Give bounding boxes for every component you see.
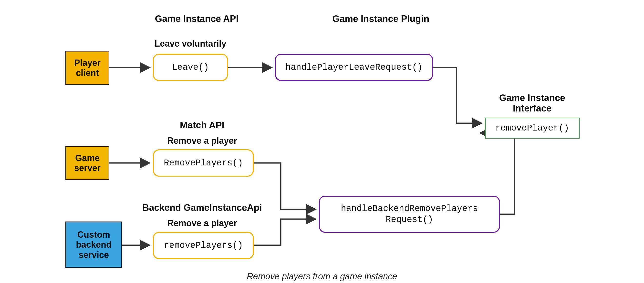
plugin-node-handle-player-leave-request: handlePlayerLeaveRequest() xyxy=(275,54,433,81)
heading-game-instance-plugin: Game Instance Plugin xyxy=(332,14,430,24)
interface-node-remove-player: removePlayer() xyxy=(485,118,580,139)
api-node-remove-players-camel: removePlayers() xyxy=(153,232,254,259)
diagram-caption: Remove players from a game instance xyxy=(247,271,397,282)
subheading-remove-a-player-2: Remove a player xyxy=(167,218,237,228)
heading-game-instance-interface: Game Instance Interface xyxy=(481,93,584,114)
api-node-remove-players-pascal: RemovePlayers() xyxy=(153,149,254,177)
heading-game-instance-api: Game Instance API xyxy=(155,14,239,24)
subheading-remove-a-player-1: Remove a player xyxy=(167,136,237,146)
subheading-leave-voluntarily: Leave voluntarily xyxy=(154,38,226,49)
plugin-node-handle-backend-remove-players-request: handleBackendRemovePlayers Request() xyxy=(319,196,500,233)
source-player-client: Player client xyxy=(66,51,109,85)
heading-backend-game-instance-api: Backend GameInstanceApi xyxy=(142,203,262,213)
diagram-canvas: Game Instance API Game Instance Plugin M… xyxy=(0,0,644,283)
source-game-server: Game server xyxy=(66,146,109,180)
source-custom-backend-service: Custom backend service xyxy=(66,222,122,268)
api-node-leave: Leave() xyxy=(153,54,228,81)
heading-match-api: Match API xyxy=(180,120,224,131)
